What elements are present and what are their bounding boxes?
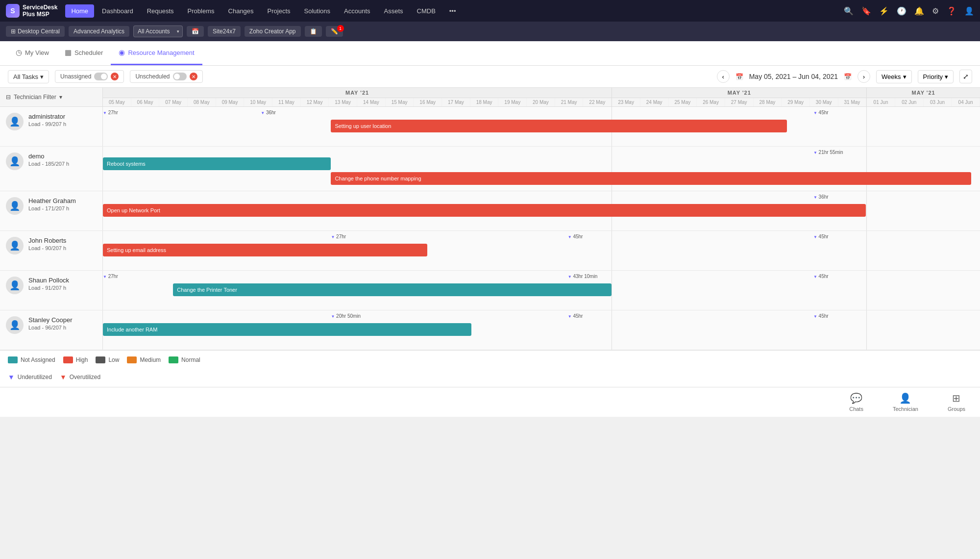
- priority-dropdown-btn[interactable]: Priority ▾: [918, 70, 954, 83]
- lightning-icon[interactable]: ⚡: [879, 6, 889, 16]
- unscheduled-filter[interactable]: Unscheduled ✕: [130, 70, 202, 83]
- advanced-analytics-btn[interactable]: Advanced Analytics: [69, 26, 129, 37]
- next-date-btn[interactable]: ›: [858, 70, 870, 83]
- settings-icon[interactable]: ⚙: [932, 6, 939, 16]
- unassigned-filter[interactable]: Unassigned ✕: [55, 70, 124, 83]
- bell-icon[interactable]: 🔔: [914, 6, 924, 16]
- bottom-nav-technician[interactable]: 👤 Technician: [878, 387, 933, 417]
- unassigned-clear-btn[interactable]: ✕: [111, 73, 119, 80]
- nav-accounts[interactable]: Accounts: [338, 4, 376, 18]
- day-cell: 15 May: [386, 98, 414, 106]
- underutilized-icon: ▼: [8, 373, 15, 381]
- nav-projects[interactable]: Projects: [262, 4, 296, 18]
- task-bar-change-phone-number[interactable]: Change the phone number mapping: [331, 172, 971, 185]
- nav-dashboard[interactable]: Dashboard: [96, 4, 139, 18]
- gantt-timeline-stanley: ▼ 20hr 50min ▼ 45hr ▼ 45hr Include anoth…: [103, 310, 980, 350]
- bookmark-icon[interactable]: 🔖: [861, 6, 871, 16]
- gantt-timeline-demo: ▼ 21hr 55min Reboot systems Change the p…: [103, 147, 980, 191]
- groups-icon: ⊞: [952, 392, 960, 404]
- top-navigation: S ServiceDesk Plus MSP Home Dashboard Re…: [0, 0, 980, 22]
- nav-changes[interactable]: Changes: [222, 4, 260, 18]
- legend-color-high: [63, 356, 73, 363]
- legend-high: High: [63, 356, 88, 363]
- gantt-scroll-area: ⊟ Technician Filter ▾ MAY '21 05 May 06 …: [0, 88, 980, 350]
- weeks-dropdown-btn[interactable]: Weeks ▾: [876, 70, 912, 83]
- tasks-dropdown[interactable]: All Tasks ▾: [8, 70, 49, 83]
- day-cell: 03 Jun: [924, 98, 952, 106]
- my-view-icon: ◷: [16, 48, 22, 57]
- app-name: ServiceDesk Plus MSP: [23, 4, 57, 18]
- resource-mgmt-icon: ◉: [119, 48, 125, 57]
- legend-label-normal: Normal: [181, 356, 200, 363]
- legend: Not Assigned High Low Medium Normal ▼ Un…: [0, 350, 980, 387]
- toggle-knob-2: [174, 74, 180, 79]
- nav-requests[interactable]: Requests: [141, 4, 180, 18]
- bottom-nav-chats[interactable]: 💬 Chats: [834, 387, 878, 417]
- nav-home[interactable]: Home: [65, 4, 94, 18]
- month-label-1: MAY '21: [103, 88, 612, 98]
- history-icon[interactable]: 🕐: [897, 6, 906, 16]
- accounts-dropdown[interactable]: All Accounts: [133, 25, 183, 37]
- task-bar-include-another-ram[interactable]: Include another RAM: [103, 323, 471, 336]
- hour-marker: ▼ 27hr: [103, 110, 118, 115]
- prev-date-btn[interactable]: ‹: [717, 70, 730, 83]
- task-bar-setting-up-user-location[interactable]: Setting up user location: [331, 120, 787, 132]
- technician-filter-header[interactable]: ⊟ Technician Filter ▾: [0, 88, 103, 106]
- nav-cmdb[interactable]: CMDB: [411, 4, 441, 18]
- accounts-dropdown-wrap[interactable]: All Accounts: [133, 25, 183, 37]
- pencil-badge-btn[interactable]: ✏️ 1: [326, 26, 343, 37]
- app-logo[interactable]: S ServiceDesk Plus MSP: [6, 4, 57, 18]
- user-avatar[interactable]: 👤: [964, 6, 974, 16]
- task-bar-open-network-port[interactable]: Open up Network Port: [103, 204, 866, 217]
- gantt-row-demo: 👤 demo Load - 185/207 h ▼ 21hr 55min Reb…: [0, 147, 980, 191]
- desktop-central-icon: ⊞: [11, 28, 16, 35]
- desktop-central-btn[interactable]: ⊞ Desktop Central: [6, 26, 65, 37]
- nav-problems[interactable]: Problems: [182, 4, 220, 18]
- tech-cell-stanley: 👤 Stanley Cooper Load - 96/207 h: [0, 310, 103, 350]
- avatar-shaun: 👤: [6, 277, 24, 294]
- month-label-2: MAY '21: [612, 88, 866, 98]
- calendar-btn[interactable]: 📅: [187, 26, 204, 37]
- gantt-row-shaun: 👤 Shaun Pollock Load - 91/207 h ▼ 27hr ▼…: [0, 271, 980, 310]
- bottom-nav-groups[interactable]: ⊞ Groups: [933, 387, 980, 417]
- day-cell: 21 May: [555, 98, 584, 106]
- hour-marker: ▼ 21hr 55min: [813, 150, 843, 155]
- legend-color-normal: [169, 356, 178, 363]
- gantt-row-stanley: 👤 Stanley Cooper Load - 96/207 h ▼ 20hr …: [0, 310, 980, 350]
- help-icon[interactable]: ❓: [947, 6, 956, 16]
- months-header: MAY '21 05 May 06 May 07 May 08 May 09 M…: [103, 88, 980, 106]
- controls-bar: All Tasks ▾ Unassigned ✕ Unscheduled ✕ ‹…: [0, 66, 980, 88]
- unscheduled-toggle[interactable]: [173, 73, 187, 80]
- legend-normal: Normal: [169, 356, 200, 363]
- tech-cell-heather: 👤 Heather Graham Load - 171/207 h: [0, 191, 103, 230]
- nav-more[interactable]: •••: [443, 4, 462, 18]
- nav-solutions[interactable]: Solutions: [298, 4, 336, 18]
- days-row-2: 23 May 24 May 25 May 26 May 27 May 28 Ma…: [612, 98, 866, 106]
- tech-load-heather: Load - 171/207 h: [28, 205, 76, 211]
- task-bar-setting-up-email[interactable]: Setting up email address: [103, 244, 427, 256]
- day-cell: 04 Jun: [952, 98, 980, 106]
- day-cell: 23 May: [612, 98, 640, 106]
- tab-my-view[interactable]: ◷ My View: [8, 41, 57, 65]
- nav-assets[interactable]: Assets: [378, 4, 409, 18]
- expand-btn[interactable]: ⤢: [959, 70, 972, 83]
- day-cell: 10 May: [244, 98, 272, 106]
- hour-marker: ▼ 36hr: [261, 110, 276, 115]
- unscheduled-clear-btn[interactable]: ✕: [190, 73, 197, 80]
- day-cell: 14 May: [357, 98, 386, 106]
- tech-load-shaun: Load - 91/207 h: [28, 285, 69, 291]
- task-bar-change-printer-toner[interactable]: Change the Printer Toner: [173, 283, 612, 296]
- zoho-creator-btn[interactable]: Zoho Creator App: [245, 26, 301, 37]
- search-icon[interactable]: 🔍: [844, 6, 854, 16]
- tab-scheduler[interactable]: ▦ Scheduler: [57, 41, 111, 65]
- legend-low: Low: [96, 356, 119, 363]
- dropdown-arrow-icon: ▾: [40, 73, 44, 80]
- unassigned-toggle[interactable]: [94, 73, 108, 80]
- site24x7-btn[interactable]: Site24x7: [208, 26, 241, 37]
- task-bar-reboot-systems[interactable]: Reboot systems: [103, 157, 331, 170]
- legend-color-medium: [127, 356, 137, 363]
- month-group-1: MAY '21 05 May 06 May 07 May 08 May 09 M…: [103, 88, 612, 106]
- hour-marker: ▼ 45hr: [568, 234, 583, 239]
- clipboard-btn[interactable]: 📋: [305, 26, 322, 37]
- tab-resource-management[interactable]: ◉ Resource Management: [111, 41, 202, 65]
